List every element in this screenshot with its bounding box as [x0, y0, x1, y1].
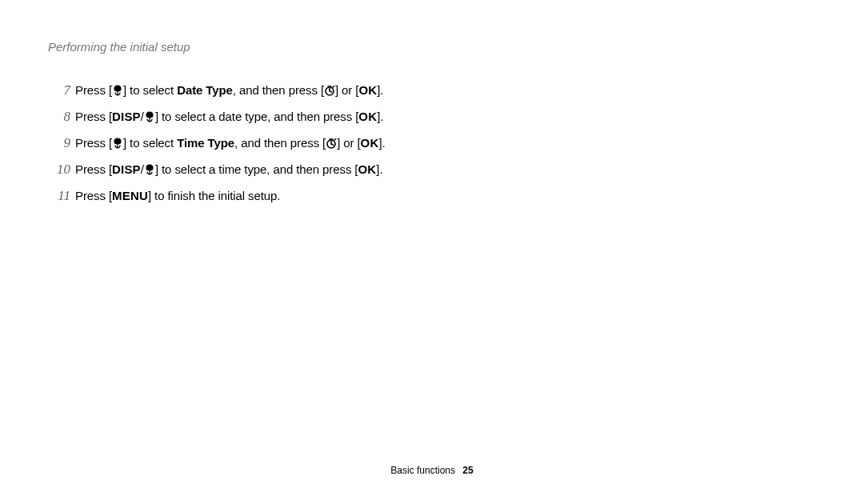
step-text: Press [MENU] to finish the initial setup…	[75, 187, 816, 204]
step-number: 9	[48, 135, 70, 151]
ok-icon: OK	[358, 83, 377, 97]
page-title: Performing the initial setup	[48, 40, 816, 54]
ok-icon: OK	[358, 162, 376, 176]
ok-icon: OK	[361, 136, 379, 150]
macro-icon	[112, 85, 123, 96]
page-footer: Basic functions 25	[0, 465, 864, 476]
footer-section: Basic functions	[390, 465, 455, 476]
timer-icon	[324, 85, 335, 96]
macro-icon	[144, 111, 155, 122]
step-number: 7	[48, 82, 70, 98]
ok-icon: OK	[358, 110, 377, 123]
step-bold-term: Time Type	[177, 136, 234, 150]
step-number: 11	[48, 188, 70, 204]
step-text: Press [DISP/] to select a time type, and…	[75, 161, 816, 178]
timer-icon	[326, 138, 337, 149]
footer-page-number: 25	[462, 465, 473, 476]
step-text: Press [DISP/] to select a date type, and…	[75, 108, 816, 125]
manual-page: Performing the initial setup 7Press [] t…	[0, 0, 864, 504]
macro-icon	[144, 164, 155, 175]
disp-icon: DISP	[112, 110, 141, 123]
step-list: 7Press [] to select Date Type, and then …	[48, 82, 816, 204]
disp-icon: DISP	[112, 162, 141, 176]
menu-icon: MENU	[112, 189, 148, 202]
step-number: 8	[48, 109, 70, 125]
step-bold-term: Date Type	[177, 83, 233, 97]
macro-icon	[112, 138, 123, 149]
step-number: 10	[48, 162, 70, 178]
step-text: Press [] to select Time Type, and then p…	[75, 134, 816, 151]
step-text: Press [] to select Date Type, and then p…	[75, 82, 816, 98]
